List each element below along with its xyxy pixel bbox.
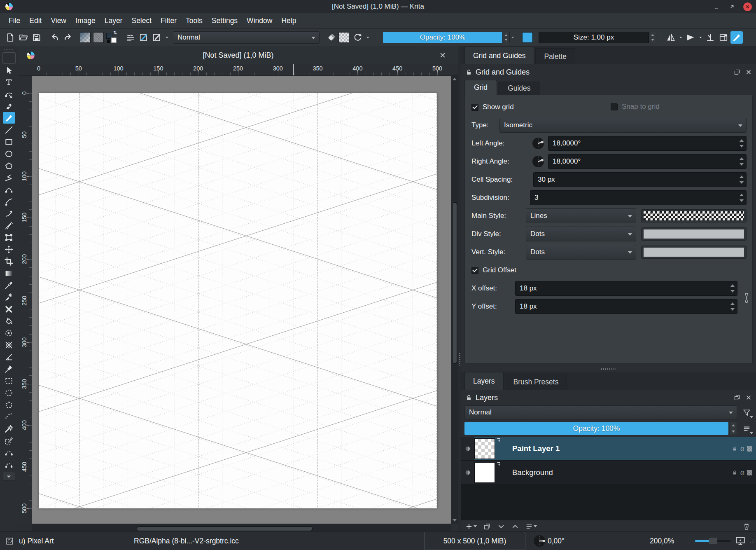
tool-enclose-and-fill-icon[interactable] (3, 327, 15, 339)
tool-reference-images-icon[interactable] (3, 363, 15, 374)
menu-edit[interactable]: Edit (25, 15, 46, 27)
tool-bezier-selection-icon[interactable] (3, 447, 15, 458)
tool-polygonal-selection-icon[interactable] (3, 399, 15, 410)
foreground-background-colors-icon[interactable]: ⇅ (106, 31, 119, 44)
show-grid-checkbox[interactable]: Show grid (471, 103, 514, 111)
layer-lock-icon[interactable] (732, 470, 737, 475)
opacity-spinner[interactable] (502, 32, 510, 43)
menu-help[interactable]: Help (277, 15, 301, 27)
tool-similar-color-selection-icon[interactable] (3, 435, 15, 446)
tool-freehand-selection-icon[interactable] (3, 411, 15, 422)
div-style-color-button[interactable] (641, 227, 747, 241)
layer-alpha-lock-icon[interactable] (747, 470, 752, 475)
tool-bezier-curve-icon[interactable] (3, 184, 15, 195)
tab-layers[interactable]: Layers (464, 372, 504, 390)
redo-icon[interactable] (62, 31, 74, 44)
tool-calligraphy-icon[interactable] (3, 100, 15, 112)
visibility-toggle[interactable] (461, 437, 474, 460)
open-document-icon[interactable] (17, 31, 30, 44)
fit-to-screen-icon[interactable] (735, 532, 745, 550)
menu-window[interactable]: Window (242, 15, 277, 27)
v-scroll-thumb[interactable] (452, 202, 457, 363)
spinner-arrows-icon[interactable] (730, 281, 735, 295)
new-document-icon[interactable] (4, 31, 16, 44)
gradient-swatch-icon[interactable] (80, 31, 92, 44)
opacity-slider[interactable]: Opacity: 100% (383, 32, 502, 43)
layer-row-background[interactable]: Background α (461, 461, 756, 484)
tab-brush-presets[interactable]: Brush Presets (505, 374, 567, 390)
current-brush-preset[interactable]: u) Pixel Art (19, 532, 54, 550)
close-docker-icon[interactable] (745, 69, 752, 75)
size-spinner[interactable] (649, 32, 656, 43)
tool-text-icon[interactable] (3, 76, 15, 88)
subtab-guides[interactable]: Guides (498, 82, 540, 95)
layer-thumbnail[interactable] (474, 438, 495, 459)
selection-display-mode-icon[interactable] (6, 532, 15, 550)
tool-fill-icon[interactable] (3, 315, 15, 327)
subdivision-input[interactable]: 3 (530, 190, 747, 205)
main-style-color-button[interactable] (641, 209, 747, 222)
tool-assistants-icon[interactable] (3, 339, 15, 351)
color-profile[interactable]: RGB/Alpha (8-bi...-V2-srgbtrc.icc (134, 532, 239, 550)
layer-alpha-icon[interactable]: α (740, 469, 744, 476)
brush-size-input[interactable]: Size: 1,00 px (539, 32, 649, 43)
move-layer-down-button[interactable] (497, 523, 505, 530)
close-icon[interactable] (743, 2, 752, 11)
menu-layer[interactable]: Layer (100, 15, 127, 27)
scroll-up-icon[interactable] (451, 76, 458, 82)
document-close-icon[interactable] (438, 50, 448, 60)
scroll-down-icon[interactable] (451, 517, 458, 524)
tool-crop-icon[interactable] (3, 255, 15, 267)
lock-icon[interactable] (465, 69, 472, 76)
toolbox-top-button[interactable] (2, 52, 16, 64)
add-layer-button[interactable] (465, 523, 477, 530)
y-offset-input[interactable]: 18 px (515, 299, 737, 314)
restore-icon[interactable] (728, 2, 736, 11)
vert-style-color-button[interactable] (641, 246, 747, 259)
brush-option-arrow-icon[interactable] (365, 31, 371, 44)
layer-lock-icon[interactable] (732, 446, 737, 452)
canvas-size-indicator[interactable]: 500 x 500 (1,0 MiB) (424, 532, 525, 550)
layer-properties-icon[interactable] (740, 422, 753, 435)
reload-preset-icon[interactable] (352, 31, 364, 44)
tool-measure-icon[interactable] (3, 351, 15, 363)
layer-blend-mode-select[interactable]: Normal (464, 405, 737, 419)
tool-transform-icon[interactable] (3, 232, 15, 243)
layer-thumbnail[interactable] (474, 462, 495, 483)
save-document-icon[interactable] (30, 31, 43, 44)
blend-mode-select[interactable]: Normal (173, 31, 320, 44)
link-offsets-icon[interactable] (743, 292, 751, 304)
tool-rectangle-icon[interactable] (3, 136, 15, 147)
spinner-arrows-icon[interactable] (730, 300, 735, 314)
layer-alpha-icon[interactable]: α (740, 445, 744, 452)
menu-select[interactable]: Select (127, 15, 156, 27)
resize-grip-icon[interactable] (749, 532, 755, 550)
presets-arrow-icon[interactable] (164, 31, 170, 44)
grid-type-select[interactable]: Isometric (499, 118, 747, 133)
mirror-arrow-icon[interactable] (678, 31, 684, 44)
vert-style-select[interactable]: Dots (526, 245, 636, 260)
tool-rectangular-selection-icon[interactable] (3, 375, 15, 386)
snap-to-grid-checkbox[interactable]: Snap to grid (611, 103, 660, 111)
v-scrollbar[interactable] (451, 76, 458, 524)
document-tab[interactable]: [Not Saved] (1,0 MiB) (18, 46, 458, 65)
trim-canvas-icon[interactable] (704, 31, 716, 44)
visibility-toggle[interactable] (461, 461, 474, 484)
duplicate-layer-button[interactable] (483, 523, 491, 530)
subtab-grid[interactable]: Grid (464, 80, 497, 95)
tool-smart-patch-icon[interactable] (3, 291, 15, 303)
tab-grid-and-guides[interactable]: Grid and Guides (464, 47, 534, 64)
right-angle-dial-icon[interactable] (532, 155, 545, 168)
delete-layer-button[interactable] (743, 523, 750, 530)
float-docker-icon[interactable] (734, 69, 740, 75)
tool-freehand-path-icon[interactable] (3, 196, 15, 207)
layer-alpha-lock-icon[interactable] (747, 446, 752, 452)
menu-tools[interactable]: Tools (181, 15, 207, 27)
float-docker-icon[interactable] (734, 394, 740, 401)
docker-resize-handle[interactable] (461, 367, 756, 372)
move-layer-up-button[interactable] (511, 523, 519, 530)
close-docker-icon[interactable] (745, 394, 752, 401)
preserve-alpha-icon[interactable] (338, 31, 351, 44)
current-gradient-swatch[interactable] (522, 32, 533, 43)
tool-polygon-icon[interactable] (3, 160, 15, 171)
